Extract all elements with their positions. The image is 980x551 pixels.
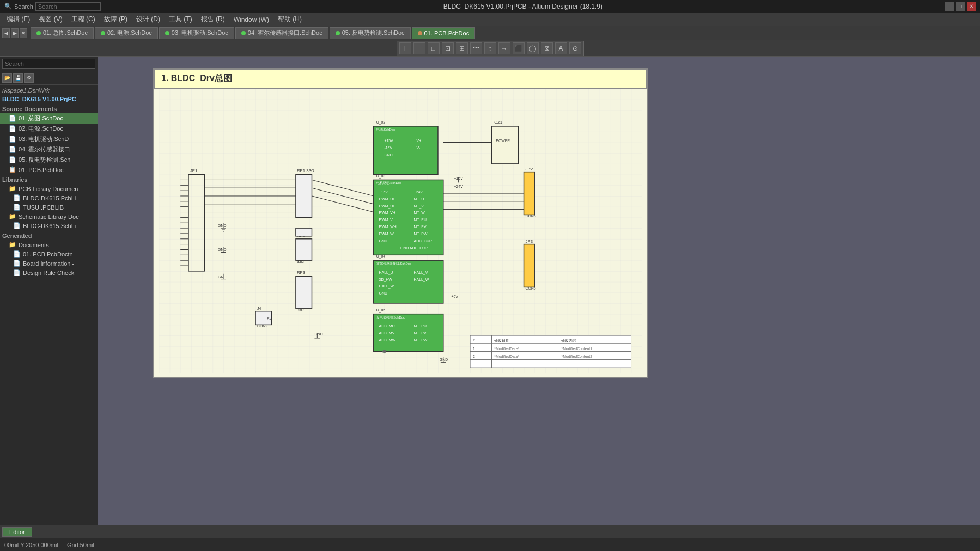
toolbar-btn-target[interactable]: ⊙ [569,42,581,54]
schematic-icon-1: 📄 [9,115,16,122]
menu-report[interactable]: 报告 (R) [197,14,229,25]
menu-edit[interactable]: 编辑 (E) [2,14,34,25]
toolbar-btn-hline[interactable]: ↕ [484,42,496,54]
toolbar-btn-cross[interactable]: ⊠ [541,42,553,54]
sidebar-item-schlib-group[interactable]: 📁 Schematic Library Doc [0,212,98,221]
sidebar-item-pcblib-1[interactable]: 📄 BLDC-DK615.PcbLi [0,193,98,203]
minimize-button[interactable]: — [945,2,954,11]
toolbar-btn-add[interactable]: + [413,42,425,54]
svg-text:V-: V- [417,146,420,150]
sidebar-item-schematic-5[interactable]: 📄 05. 反电势检测.Sch [0,155,98,165]
svg-text:J4: J4 [257,307,261,310]
svg-text:RP1  33Ω: RP1 33Ω [297,168,314,173]
svg-text:+15V: +15V [384,139,393,143]
toolbar-btn-font[interactable]: A [555,42,567,54]
tab-schematic-2[interactable]: 02. 电源.SchDoc [95,27,158,39]
pcblib-label-1: BLDC-DK615.PcbLi [23,195,76,201]
toolbar-btn-fill[interactable]: ⬛ [513,42,525,54]
close-button[interactable]: ✕ [967,2,976,11]
search-input[interactable] [35,2,101,11]
svg-text:MT_PU: MT_PU [414,324,427,328]
gendoc-icon-1: 📄 [13,250,21,258]
sidebar-search-input[interactable] [2,59,95,69]
svg-text:RP3: RP3 [297,270,306,275]
tab-prev-btn[interactable]: ◀ [2,28,10,38]
tab-dot-6 [418,31,422,35]
sidebar-item-schematic-3[interactable]: 📄 03. 电机驱动.SchD [0,134,98,144]
svg-text:*ModifiedContent2: *ModifiedContent2 [561,354,592,358]
tab-close-btn[interactable]: ✕ [20,28,27,38]
menu-tools[interactable]: 工具 (T) [165,14,197,25]
sidebar-item-drc[interactable]: 📄 Design Rule Check [0,268,98,277]
sidebar-btn-3[interactable]: ⚙ [24,73,34,83]
svg-text:电源.SchDoc: 电源.SchDoc [376,128,395,131]
svg-text:ADC_CUR: ADC_CUR [414,239,432,243]
pcblib-group-label: PCB Library Documen [19,186,78,192]
sidebar-item-schlib-1[interactable]: 📄 BLDC-DK615.SchLi [0,221,98,230]
maximize-button[interactable]: □ [956,2,965,11]
svg-text:33Ω: 33Ω [297,308,304,312]
sidebar-item-generated-docs[interactable]: 📁 Documents [0,240,98,249]
sidebar-item-schematic-4[interactable]: 📄 04. 霍尔传感器接口 [0,144,98,155]
svg-text:ADC_MV: ADC_MV [379,331,395,335]
schlib-group-label: Schematic Library Doc [19,213,79,220]
schematic-svg: JP1 [154,89,647,373]
tab-schematic-1[interactable]: 01. 总图.SchDoc [31,27,94,39]
schlib-label-1: BLDC-DK615.SchLi [23,223,76,229]
toolbar-btn-grid[interactable]: ⊞ [456,42,468,54]
svg-text:GND: GND [218,275,226,279]
sidebar-item-schematic-1[interactable]: 📄 01. 总图.SchDoc [0,113,98,124]
tab-label-3: 03. 电机驱动.SchDoc [172,29,228,37]
svg-text:GND: GND [218,224,226,228]
toolbar-btn-wave[interactable]: 〜 [470,42,482,54]
svg-text:CON5: CON5 [525,286,535,290]
tab-label-6: 01. PCB.PcbDoc [424,30,470,36]
sidebar-item-pcblib-group[interactable]: 📁 PCB Library Documen [0,184,98,193]
svg-text:修改内容: 修改内容 [561,339,576,343]
svg-text:HALL_W: HALL_W [414,278,429,282]
schematic-canvas[interactable]: 1. BLDC_Drv总图 JP1 [153,68,648,378]
menu-help[interactable]: 帮助 (H) [273,14,306,25]
tab-schematic-4[interactable]: 04. 霍尔传感器接口.SchDoc [235,27,328,39]
toolbar-btn-arrow[interactable]: → [498,42,510,54]
svg-text:JP1: JP1 [190,168,198,173]
toolbar-btn-text[interactable]: T [399,42,411,54]
tab-next-btn[interactable]: ▶ [11,28,19,38]
editor-tab[interactable]: Editor [2,527,32,537]
sidebar-btn-2[interactable]: 💾 [13,73,23,83]
toolbar-btn-rect[interactable]: □ [428,42,440,54]
menu-project[interactable]: 工程 (C) [67,14,100,25]
svg-text:PWM_WH: PWM_WH [379,225,397,229]
sidebar-item-pcb[interactable]: 📋 01. PCB.PcbDoc [0,165,98,174]
status-bar: 00mil Y:2050.000mil Grid:50mil [0,538,980,551]
menu-window[interactable]: Window (W) [229,15,273,25]
workspace-label: rkspace1.DsnWrk [0,85,98,95]
menu-design[interactable]: 设计 (D) [132,14,165,25]
svg-text:CZ1: CZ1 [494,120,502,125]
search-area: 🔍 Search [4,2,101,11]
svg-rect-29 [296,228,312,236]
source-documents-label: Source Documents [0,103,98,113]
menu-fault[interactable]: 故障 (P) [100,14,132,25]
sidebar-btn-1[interactable]: 📂 [2,73,12,83]
window-controls: — □ ✕ [945,2,976,11]
svg-text:U_05: U_05 [376,308,386,313]
project-label[interactable]: BLDC_DK615 V1.00.PrjPC [0,95,98,103]
menu-view[interactable]: 视图 (V) [34,14,66,25]
toolbar-btn-rect2[interactable]: ⊡ [442,42,454,54]
svg-text:修改日期: 修改日期 [494,339,509,343]
tab-schematic-5[interactable]: 05. 反电势检测.SchDoc [330,27,411,39]
svg-text:反电势检测.SchDoc: 反电势检测.SchDoc [376,316,405,319]
svg-text:#: # [473,339,475,342]
sidebar-item-gendoc-1[interactable]: 📄 01. PCB.PcbDoctn [0,249,98,259]
bottom-tab-bar: Editor [0,525,980,538]
sidebar-item-board-info[interactable]: 📄 Board Information - [0,259,98,268]
drc-label: Design Rule Check [23,270,74,276]
sidebar-item-pcblib-2[interactable]: 📄 TUSUI.PCBLIB [0,203,98,212]
tab-schematic-3[interactable]: 03. 电机驱动.SchDoc [159,27,234,39]
sidebar-item-schematic-2[interactable]: 📄 02. 电源.SchDoc [0,124,98,134]
toolbar-btn-circle[interactable]: ◯ [527,42,539,54]
tab-pcb-1[interactable]: 01. PCB.PcbDoc [412,27,476,39]
svg-text:JP2: JP2 [525,167,533,172]
svg-text:GND: GND [379,239,387,243]
